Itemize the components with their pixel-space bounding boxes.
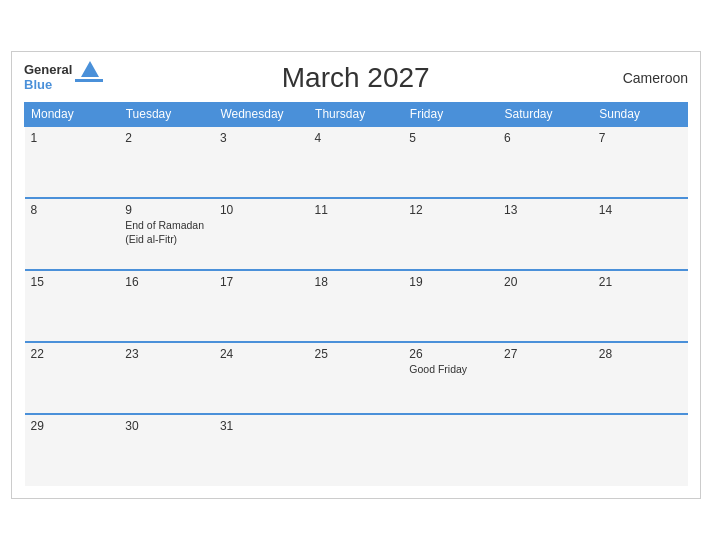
header-wednesday: Wednesday bbox=[214, 103, 309, 127]
header-monday: Monday bbox=[25, 103, 120, 127]
calendar-week-row: 15161718192021 bbox=[25, 270, 688, 342]
logo: General Blue bbox=[24, 63, 103, 93]
calendar-cell: 14 bbox=[593, 198, 688, 270]
logo-text-block: General Blue bbox=[24, 63, 103, 93]
day-number: 1 bbox=[31, 131, 114, 145]
calendar-cell: 4 bbox=[309, 126, 404, 198]
calendar-cell: 11 bbox=[309, 198, 404, 270]
calendar-cell: 16 bbox=[119, 270, 214, 342]
calendar-week-row: 2223242526Good Friday2728 bbox=[25, 342, 688, 414]
calendar-cell: 3 bbox=[214, 126, 309, 198]
logo-line-icon bbox=[75, 79, 103, 82]
calendar-cell bbox=[593, 414, 688, 486]
calendar-cell: 1 bbox=[25, 126, 120, 198]
calendar-container: General Blue March 2027 Cameroon Monday … bbox=[11, 51, 701, 499]
calendar-cell: 6 bbox=[498, 126, 593, 198]
calendar-cell bbox=[498, 414, 593, 486]
day-number: 13 bbox=[504, 203, 587, 217]
weekday-header-row: Monday Tuesday Wednesday Thursday Friday… bbox=[25, 103, 688, 127]
day-number: 31 bbox=[220, 419, 303, 433]
day-number: 22 bbox=[31, 347, 114, 361]
header-tuesday: Tuesday bbox=[119, 103, 214, 127]
day-number: 16 bbox=[125, 275, 208, 289]
day-number: 19 bbox=[409, 275, 492, 289]
header-thursday: Thursday bbox=[309, 103, 404, 127]
country-label: Cameroon bbox=[608, 70, 688, 86]
day-number: 24 bbox=[220, 347, 303, 361]
calendar-cell: 23 bbox=[119, 342, 214, 414]
calendar-table: Monday Tuesday Wednesday Thursday Friday… bbox=[24, 102, 688, 486]
calendar-title: March 2027 bbox=[103, 62, 608, 94]
calendar-cell: 2 bbox=[119, 126, 214, 198]
day-number: 5 bbox=[409, 131, 492, 145]
event-label: Good Friday bbox=[409, 363, 492, 377]
header-saturday: Saturday bbox=[498, 103, 593, 127]
day-number: 20 bbox=[504, 275, 587, 289]
calendar-cell: 7 bbox=[593, 126, 688, 198]
calendar-cell: 17 bbox=[214, 270, 309, 342]
day-number: 3 bbox=[220, 131, 303, 145]
calendar-week-row: 1234567 bbox=[25, 126, 688, 198]
day-number: 30 bbox=[125, 419, 208, 433]
calendar-cell: 12 bbox=[403, 198, 498, 270]
day-number: 7 bbox=[599, 131, 682, 145]
day-number: 11 bbox=[315, 203, 398, 217]
calendar-cell: 30 bbox=[119, 414, 214, 486]
day-number: 18 bbox=[315, 275, 398, 289]
day-number: 28 bbox=[599, 347, 682, 361]
day-number: 12 bbox=[409, 203, 492, 217]
header-sunday: Sunday bbox=[593, 103, 688, 127]
calendar-header: General Blue March 2027 Cameroon bbox=[24, 62, 688, 94]
day-number: 25 bbox=[315, 347, 398, 361]
calendar-cell: 21 bbox=[593, 270, 688, 342]
event-label: End of Ramadan (Eid al-Fitr) bbox=[125, 219, 208, 246]
calendar-cell: 26Good Friday bbox=[403, 342, 498, 414]
logo-text: General Blue bbox=[24, 63, 72, 93]
calendar-cell: 31 bbox=[214, 414, 309, 486]
calendar-week-row: 89End of Ramadan (Eid al-Fitr)1011121314 bbox=[25, 198, 688, 270]
calendar-cell: 15 bbox=[25, 270, 120, 342]
calendar-cell: 22 bbox=[25, 342, 120, 414]
logo-triangle-icon bbox=[81, 61, 99, 77]
calendar-cell: 20 bbox=[498, 270, 593, 342]
day-number: 26 bbox=[409, 347, 492, 361]
calendar-cell: 9End of Ramadan (Eid al-Fitr) bbox=[119, 198, 214, 270]
calendar-cell: 13 bbox=[498, 198, 593, 270]
calendar-week-row: 293031 bbox=[25, 414, 688, 486]
calendar-cell: 24 bbox=[214, 342, 309, 414]
calendar-cell: 10 bbox=[214, 198, 309, 270]
day-number: 23 bbox=[125, 347, 208, 361]
calendar-cell: 29 bbox=[25, 414, 120, 486]
header-friday: Friday bbox=[403, 103, 498, 127]
day-number: 15 bbox=[31, 275, 114, 289]
calendar-cell: 18 bbox=[309, 270, 404, 342]
calendar-cell: 25 bbox=[309, 342, 404, 414]
calendar-cell: 27 bbox=[498, 342, 593, 414]
calendar-cell: 19 bbox=[403, 270, 498, 342]
day-number: 6 bbox=[504, 131, 587, 145]
calendar-cell bbox=[309, 414, 404, 486]
calendar-cell: 8 bbox=[25, 198, 120, 270]
day-number: 29 bbox=[31, 419, 114, 433]
day-number: 27 bbox=[504, 347, 587, 361]
day-number: 4 bbox=[315, 131, 398, 145]
day-number: 14 bbox=[599, 203, 682, 217]
day-number: 10 bbox=[220, 203, 303, 217]
day-number: 8 bbox=[31, 203, 114, 217]
day-number: 9 bbox=[125, 203, 208, 217]
calendar-cell bbox=[403, 414, 498, 486]
calendar-cell: 28 bbox=[593, 342, 688, 414]
day-number: 17 bbox=[220, 275, 303, 289]
day-number: 2 bbox=[125, 131, 208, 145]
day-number: 21 bbox=[599, 275, 682, 289]
calendar-cell: 5 bbox=[403, 126, 498, 198]
